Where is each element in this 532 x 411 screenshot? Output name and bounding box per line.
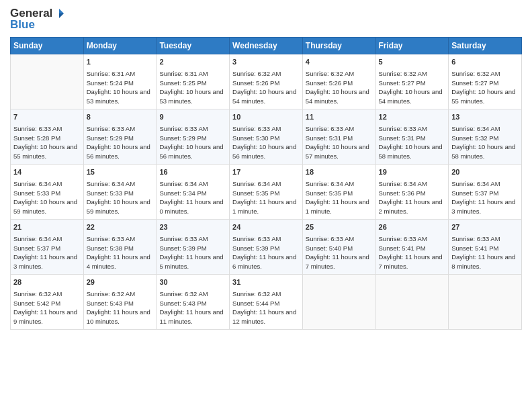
sunset-text: Sunset: 5:28 PM [13, 134, 60, 142]
cell-content: 20Sunrise: 6:34 AMSunset: 5:37 PMDayligh… [451, 167, 519, 216]
calendar-cell [375, 275, 449, 330]
calendar-cell: 28Sunrise: 6:32 AMSunset: 5:42 PMDayligh… [11, 275, 84, 330]
sunset-text: Sunset: 5:37 PM [13, 244, 60, 252]
sunset-text: Sunset: 5:29 PM [159, 134, 206, 142]
daylight-text: Daylight: 11 hours and 7 minutes. [306, 253, 369, 270]
daylight-text: Daylight: 11 hours and 1 minute. [232, 198, 296, 215]
day-number: 15 [87, 167, 154, 178]
cell-content: 25Sunrise: 6:33 AMSunset: 5:40 PMDayligh… [306, 222, 373, 271]
day-number: 23 [159, 222, 226, 233]
sunrise-text: Sunrise: 6:33 AM [306, 235, 354, 242]
calendar-cell: 5Sunrise: 6:32 AMSunset: 5:27 PMDaylight… [375, 54, 449, 109]
sunset-text: Sunset: 5:25 PM [159, 79, 206, 87]
cell-content: 23Sunrise: 6:33 AMSunset: 5:39 PMDayligh… [159, 222, 226, 271]
calendar-cell: 11Sunrise: 6:33 AMSunset: 5:31 PMDayligh… [302, 109, 375, 165]
calendar-cell: 1Sunrise: 6:31 AMSunset: 5:24 PMDaylight… [83, 54, 157, 109]
daylight-text: Daylight: 10 hours and 53 minutes. [159, 88, 223, 105]
page: General Blue SundayMondayTuesdayWednesda… [0, 0, 532, 411]
calendar-cell: 30Sunrise: 6:32 AMSunset: 5:43 PMDayligh… [157, 275, 230, 330]
calendar-header-saturday: Saturday [449, 38, 522, 54]
sunset-text: Sunset: 5:40 PM [306, 244, 353, 252]
calendar-cell: 26Sunrise: 6:33 AMSunset: 5:41 PMDayligh… [375, 220, 449, 275]
daylight-text: Daylight: 10 hours and 56 minutes. [232, 143, 296, 160]
calendar-week-4: 21Sunrise: 6:34 AMSunset: 5:37 PMDayligh… [11, 220, 522, 275]
svg-marker-0 [59, 9, 64, 13]
cell-content: 5Sunrise: 6:32 AMSunset: 5:27 PMDaylight… [379, 57, 446, 106]
calendar-cell [449, 275, 522, 330]
calendar-cell: 27Sunrise: 6:33 AMSunset: 5:41 PMDayligh… [449, 220, 522, 275]
day-number: 3 [232, 57, 300, 68]
daylight-text: Daylight: 10 hours and 55 minutes. [13, 143, 77, 160]
cell-content: 7Sunrise: 6:33 AMSunset: 5:28 PMDaylight… [13, 112, 81, 161]
daylight-text: Daylight: 10 hours and 57 minutes. [306, 143, 369, 160]
calendar-cell: 10Sunrise: 6:33 AMSunset: 5:30 PMDayligh… [230, 109, 303, 165]
sunrise-text: Sunrise: 6:32 AM [379, 70, 427, 77]
sunset-text: Sunset: 5:34 PM [159, 189, 206, 197]
sunrise-text: Sunrise: 6:34 AM [451, 180, 500, 187]
sunrise-text: Sunrise: 6:32 AM [159, 290, 208, 298]
sunset-text: Sunset: 5:31 PM [306, 134, 353, 142]
calendar-cell: 19Sunrise: 6:34 AMSunset: 5:36 PMDayligh… [375, 165, 449, 220]
cell-content: 18Sunrise: 6:34 AMSunset: 5:35 PMDayligh… [306, 167, 373, 216]
calendar-cell: 4Sunrise: 6:32 AMSunset: 5:26 PMDaylight… [302, 54, 375, 109]
logo: General Blue [10, 7, 64, 32]
svg-marker-1 [59, 13, 64, 18]
cell-content: 10Sunrise: 6:33 AMSunset: 5:30 PMDayligh… [232, 112, 300, 161]
calendar-cell: 6Sunrise: 6:32 AMSunset: 5:27 PMDaylight… [449, 54, 522, 109]
daylight-text: Daylight: 10 hours and 54 minutes. [379, 88, 443, 105]
sunset-text: Sunset: 5:44 PM [232, 300, 279, 307]
day-number: 22 [87, 222, 154, 233]
daylight-text: Daylight: 11 hours and 11 minutes. [159, 308, 223, 325]
day-number: 6 [451, 57, 519, 68]
logo-flag-icon [54, 8, 64, 19]
calendar-header-monday: Monday [83, 38, 157, 54]
sunset-text: Sunset: 5:30 PM [232, 134, 279, 142]
sunrise-text: Sunrise: 6:33 AM [232, 235, 281, 242]
sunrise-text: Sunrise: 6:34 AM [232, 180, 281, 187]
daylight-text: Daylight: 11 hours and 8 minutes. [451, 253, 515, 270]
daylight-text: Daylight: 10 hours and 58 minutes. [451, 143, 515, 160]
cell-content: 2Sunrise: 6:31 AMSunset: 5:25 PMDaylight… [159, 57, 226, 106]
cell-content: 29Sunrise: 6:32 AMSunset: 5:43 PMDayligh… [87, 277, 154, 326]
cell-content: 19Sunrise: 6:34 AMSunset: 5:36 PMDayligh… [379, 167, 446, 216]
sunset-text: Sunset: 5:35 PM [306, 189, 353, 197]
sunset-text: Sunset: 5:37 PM [451, 189, 498, 197]
sunset-text: Sunset: 5:41 PM [379, 244, 426, 252]
calendar-cell: 8Sunrise: 6:33 AMSunset: 5:29 PMDaylight… [83, 109, 157, 165]
day-number: 1 [87, 57, 154, 68]
calendar-cell: 20Sunrise: 6:34 AMSunset: 5:37 PMDayligh… [449, 165, 522, 220]
sunset-text: Sunset: 5:29 PM [87, 134, 134, 142]
daylight-text: Daylight: 11 hours and 5 minutes. [159, 253, 223, 270]
calendar-week-2: 7Sunrise: 6:33 AMSunset: 5:28 PMDaylight… [11, 109, 522, 165]
day-number: 19 [379, 167, 446, 178]
cell-content: 27Sunrise: 6:33 AMSunset: 5:41 PMDayligh… [451, 222, 519, 271]
calendar-cell: 12Sunrise: 6:33 AMSunset: 5:31 PMDayligh… [375, 109, 449, 165]
calendar-cell: 9Sunrise: 6:33 AMSunset: 5:29 PMDaylight… [157, 109, 230, 165]
sunrise-text: Sunrise: 6:32 AM [87, 290, 135, 298]
day-number: 7 [13, 112, 81, 123]
sunrise-text: Sunrise: 6:34 AM [379, 180, 427, 187]
day-number: 14 [13, 167, 81, 178]
cell-content: 12Sunrise: 6:33 AMSunset: 5:31 PMDayligh… [379, 112, 446, 161]
sunset-text: Sunset: 5:43 PM [159, 300, 206, 307]
sunrise-text: Sunrise: 6:32 AM [232, 290, 281, 298]
daylight-text: Daylight: 10 hours and 56 minutes. [87, 143, 150, 160]
day-number: 2 [159, 57, 226, 68]
daylight-text: Daylight: 11 hours and 9 minutes. [13, 308, 77, 325]
sunrise-text: Sunrise: 6:33 AM [13, 125, 62, 132]
sunset-text: Sunset: 5:27 PM [451, 79, 498, 87]
calendar-header-thursday: Thursday [302, 38, 375, 54]
calendar-cell: 16Sunrise: 6:34 AMSunset: 5:34 PMDayligh… [157, 165, 230, 220]
day-number: 12 [379, 112, 446, 123]
cell-content: 31Sunrise: 6:32 AMSunset: 5:44 PMDayligh… [232, 277, 300, 326]
sunset-text: Sunset: 5:24 PM [87, 79, 134, 87]
day-number: 18 [306, 167, 373, 178]
sunset-text: Sunset: 5:41 PM [451, 244, 498, 252]
sunset-text: Sunset: 5:32 PM [451, 134, 498, 142]
daylight-text: Daylight: 11 hours and 12 minutes. [232, 308, 296, 325]
calendar-cell: 21Sunrise: 6:34 AMSunset: 5:37 PMDayligh… [11, 220, 84, 275]
sunrise-text: Sunrise: 6:33 AM [306, 125, 354, 132]
sunset-text: Sunset: 5:33 PM [13, 189, 60, 197]
sunrise-text: Sunrise: 6:33 AM [379, 235, 427, 242]
calendar-header-friday: Friday [375, 38, 449, 54]
